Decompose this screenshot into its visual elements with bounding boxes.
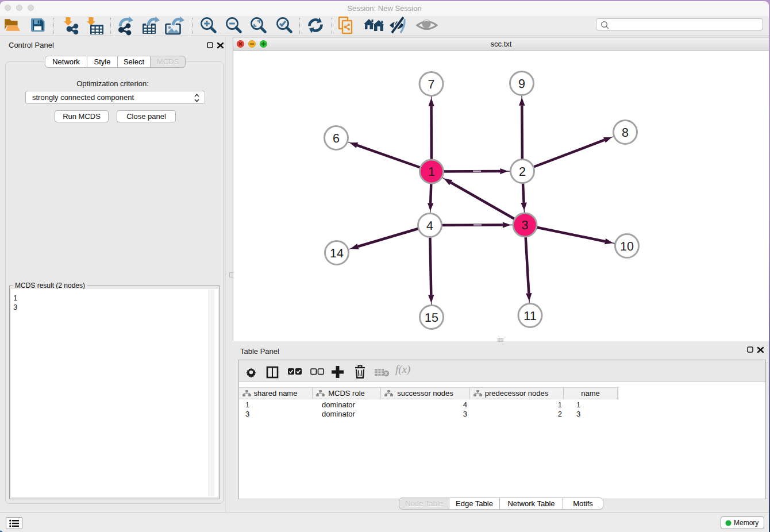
svg-text:8: 8 [622, 126, 629, 140]
svg-text:15: 15 [425, 311, 438, 325]
svg-text:10: 10 [620, 240, 634, 253]
svg-text:14: 14 [330, 246, 344, 260]
svg-text:11: 11 [523, 309, 536, 323]
svg-text:1: 1 [428, 165, 435, 179]
svg-text:6: 6 [333, 132, 340, 145]
svg-text:7: 7 [428, 78, 435, 91]
svg-text:9: 9 [518, 77, 525, 91]
svg-text:3: 3 [522, 218, 529, 232]
svg-text:4: 4 [426, 219, 433, 233]
svg-text:2: 2 [519, 165, 526, 179]
